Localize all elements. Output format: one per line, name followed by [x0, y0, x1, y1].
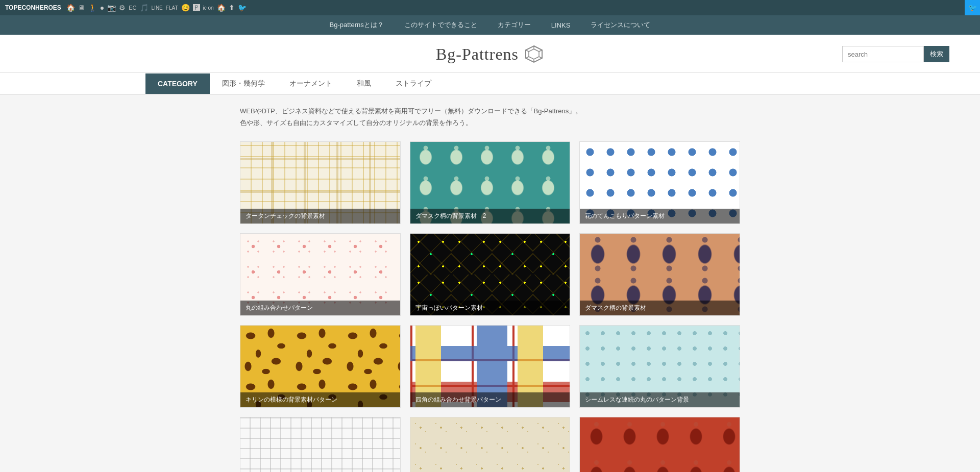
nav-link-about[interactable]: Bg-patternsとは？ [330, 20, 384, 30]
pattern-image-11 [410, 417, 570, 472]
icon-p[interactable]: 🅿 [193, 4, 200, 12]
pattern-card-5[interactable]: 宇宙っぽいパターン素材 [410, 233, 571, 316]
tab-geometry[interactable]: 図形・幾何学 [210, 73, 277, 94]
search-button[interactable]: 検索 [924, 46, 949, 62]
pattern-image-12 [580, 417, 740, 472]
logo-area: Bg-Pattrens [436, 44, 544, 64]
pattern-card-3[interactable]: 花のてんこもりパターン素材 [579, 141, 740, 224]
icon-icon-on[interactable]: ic on [203, 5, 214, 11]
tab-japanese[interactable]: 和風 [345, 73, 383, 94]
nav-link-category[interactable]: カテゴリー [498, 20, 531, 30]
pattern-caption-5: 宇宙っぽいパターン素材 [410, 301, 570, 315]
pattern-card-2[interactable]: ダマスク柄の背景素材 2 [410, 141, 571, 224]
pattern-card-7[interactable]: キリンの模様の背景素材パターン [240, 325, 401, 408]
icon-building[interactable]: 🏠 [217, 4, 226, 12]
svg-marker-1 [529, 49, 539, 59]
icon-smiley[interactable]: 😊 [181, 4, 190, 12]
icon-circle[interactable]: ● [100, 4, 104, 12]
pattern-caption-3: 花のてんこもりパターン素材 [580, 209, 740, 223]
tab-stripe[interactable]: ストライプ [383, 73, 444, 94]
pattern-image-10 [240, 417, 400, 472]
search-area: 検索 [842, 46, 949, 62]
description: WEBやDTP、ビジネス資料などで使える背景素材を商用可でフリー（無料）ダウンロ… [240, 105, 740, 129]
tab-ornament[interactable]: オーナメント [277, 73, 345, 94]
description-line1: WEBやDTP、ビジネス資料などで使える背景素材を商用可でフリー（無料）ダウンロ… [240, 105, 740, 117]
pattern-caption-1: タータンチェックの背景素材 [240, 209, 400, 223]
logo-text: Bg-Pattrens [436, 45, 519, 64]
site-name: TOPECONHEROES [5, 4, 61, 11]
icon-flat[interactable]: FLAT [166, 5, 178, 11]
pattern-caption-4: 丸の組み合わせパターン [240, 301, 400, 315]
icon-ec[interactable]: EC [129, 5, 136, 11]
icon-screen[interactable]: 🖥 [78, 4, 85, 12]
icon-bird2[interactable]: 🐦 [238, 4, 247, 12]
icon-camera[interactable]: 📷 [107, 4, 116, 12]
pattern-card-6[interactable]: ダマスク柄の背景素材 [579, 233, 740, 316]
pattern-card-10[interactable] [240, 417, 401, 472]
icon-person[interactable]: 🚶 [88, 4, 97, 12]
pattern-grid: タータンチェックの背景素材ダマスク柄の背景素材 2花のてんこもりパターン素材丸の… [240, 141, 740, 472]
pattern-card-1[interactable]: タータンチェックの背景素材 [240, 141, 401, 224]
pattern-caption-2: ダマスク柄の背景素材 2 [410, 209, 570, 223]
category-tabs: CATEGORY 図形・幾何学 オーナメント 和風 ストライプ [0, 73, 980, 95]
nav-link-license[interactable]: ライセンスについて [591, 20, 650, 30]
description-line2: 色や形、サイズも自由にカスタマイズして自分のオリジナルの背景を作ろう。 [240, 117, 740, 129]
tab-category[interactable]: CATEGORY [145, 73, 210, 94]
pattern-card-4[interactable]: 丸の組み合わせパターン [240, 233, 401, 316]
twitter-bird: 🐦 [968, 4, 977, 12]
icon-arrow-up[interactable]: ⬆ [229, 4, 235, 12]
pattern-card-12[interactable] [579, 417, 740, 472]
logo-icon [524, 44, 544, 64]
icon-house[interactable]: 🏠 [66, 4, 75, 12]
main-content: WEBやDTP、ビジネス資料などで使える背景素材を商用可でフリー（無料）ダウンロ… [235, 95, 745, 472]
header: Bg-Pattrens 検索 [0, 35, 980, 73]
nav-link-links[interactable]: LINKS [551, 21, 571, 29]
icon-bar: 🏠 🖥 🚶 ● 📷 ⚙ EC 🎵 LINE FLAT 😊 🅿 ic on 🏠 ⬆… [66, 4, 247, 12]
nav-link-features[interactable]: このサイトでできること [404, 20, 477, 30]
icon-gear[interactable]: ⚙ [119, 4, 126, 12]
pattern-caption-7: キリンの模様の背景素材パターン [240, 392, 400, 407]
twitter-icon[interactable]: 🐦 [965, 0, 980, 15]
nav-bar: Bg-patternsとは？ このサイトでできること カテゴリー LINKS ラ… [0, 15, 980, 35]
icon-music[interactable]: 🎵 [140, 4, 149, 12]
pattern-caption-8: 四角の組み合わせ背景パターン [410, 392, 570, 407]
pattern-caption-6: ダマスク柄の背景素材 [580, 301, 740, 315]
top-toolbar: TOPECONHEROES 🏠 🖥 🚶 ● 📷 ⚙ EC 🎵 LINE FLAT… [0, 0, 980, 15]
pattern-caption-9: シームレスな連続の丸のパターン背景 [580, 392, 740, 407]
pattern-card-9[interactable]: シームレスな連続の丸のパターン背景 [579, 325, 740, 408]
pattern-card-11[interactable] [410, 417, 571, 472]
search-input[interactable] [842, 46, 924, 62]
pattern-card-8[interactable]: 四角の組み合わせ背景パターン [410, 325, 571, 408]
icon-line[interactable]: LINE [152, 5, 163, 11]
